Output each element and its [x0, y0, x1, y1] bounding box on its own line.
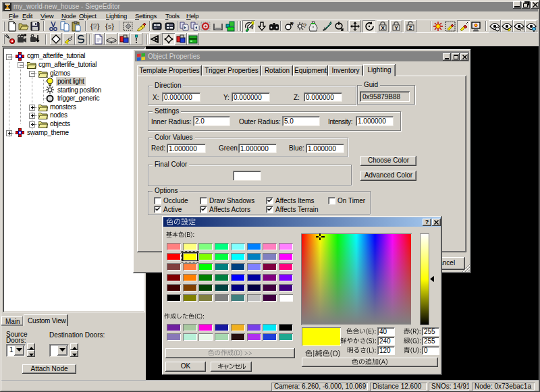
svg-text:Z: Z	[409, 25, 412, 31]
svg-text:?: ?	[291, 21, 294, 27]
svg-text:{s}: {s}	[105, 22, 114, 30]
svg-text:X: X	[381, 25, 385, 31]
svg-text:?: ?	[303, 22, 306, 29]
svg-text:Y: Y	[395, 25, 399, 31]
